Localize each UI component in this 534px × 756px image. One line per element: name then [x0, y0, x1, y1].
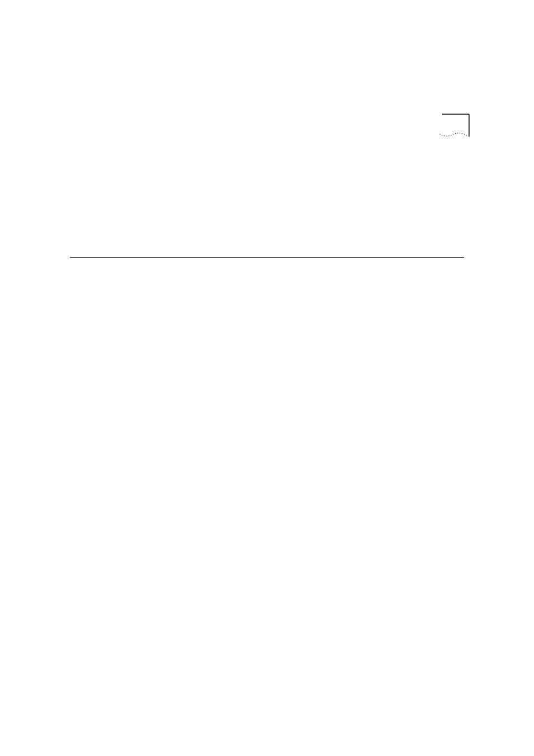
page — [0, 0, 534, 756]
corner-mark-icon — [437, 112, 471, 140]
horizontal-rule — [70, 257, 464, 258]
